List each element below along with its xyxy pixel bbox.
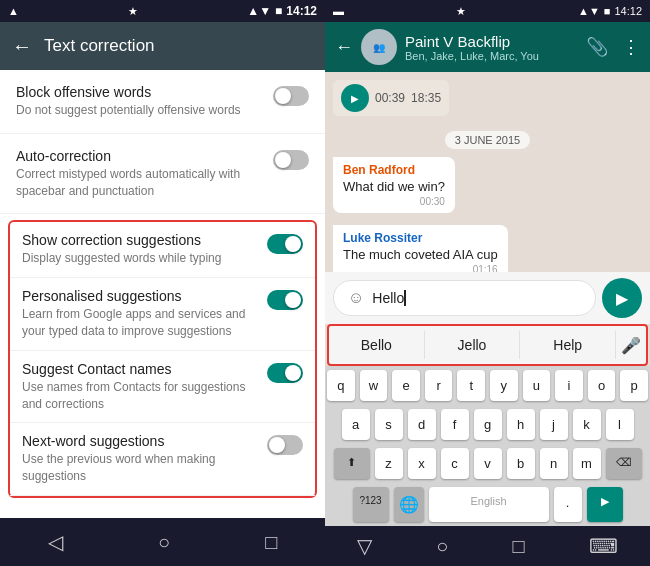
wa-toolbar-icons: 📎 ⋮ xyxy=(586,36,640,58)
setting-block-offensive[interactable]: Block offensive words Do not suggest pot… xyxy=(0,70,325,134)
key-j[interactable]: j xyxy=(540,409,568,440)
key-p[interactable]: p xyxy=(620,370,648,401)
key-n[interactable]: n xyxy=(540,448,568,479)
key-c[interactable]: c xyxy=(441,448,469,479)
left-toolbar: ← Text correction xyxy=(0,22,325,70)
setting-contact-names-text: Suggest Contact names Use names from Con… xyxy=(22,361,267,413)
msg-ben-text: What did we win? xyxy=(343,179,445,194)
send-icon: ▶ xyxy=(616,289,628,308)
key-a[interactable]: a xyxy=(342,409,370,440)
setting-next-word[interactable]: Next-word suggestions Use the previous w… xyxy=(10,423,315,496)
msg-ben-sender: Ben Radford xyxy=(343,163,445,177)
setting-auto-correction-title: Auto-correction xyxy=(16,148,263,164)
setting-auto-correction-text: Auto-correction Correct mistyped words a… xyxy=(16,148,273,200)
key-h[interactable]: h xyxy=(507,409,535,440)
key-z[interactable]: z xyxy=(375,448,403,479)
mic-button[interactable]: 🎤 xyxy=(616,330,646,360)
key-q[interactable]: q xyxy=(327,370,355,401)
suggestion-help[interactable]: Help xyxy=(520,331,616,359)
date-badge: 3 JUNE 2015 xyxy=(445,131,530,149)
nav-recents-icon[interactable]: □ xyxy=(265,531,277,554)
msg-luke-time: 01:16 xyxy=(343,264,498,272)
msg-luke-text: The much coveted AIA cup xyxy=(343,247,498,262)
keyboard-area: q w e r t y u i o p a s d f g h j k l ⬆ … xyxy=(325,366,650,526)
period-key[interactable]: . xyxy=(554,487,582,522)
cursor xyxy=(404,290,406,306)
wa-back-icon[interactable]: ← xyxy=(335,37,353,58)
more-icon[interactable]: ⋮ xyxy=(622,36,640,58)
chat-info: Paint V Backflip Ben, Jake, Luke, Marc, … xyxy=(405,33,578,62)
message-input-text[interactable]: Hello xyxy=(372,290,581,306)
setting-next-word-desc: Use the previous word when making sugges… xyxy=(22,451,257,485)
key-t[interactable]: t xyxy=(457,370,485,401)
setting-show-correction-text: Show correction suggestions Display sugg… xyxy=(22,232,267,267)
keyboard-send-key[interactable]: ▶ xyxy=(587,487,623,522)
key-x[interactable]: x xyxy=(408,448,436,479)
shift-key[interactable]: ⬆ xyxy=(334,448,370,479)
left-status-bar: ▲ ★ ▲▼ ■ 14:12 xyxy=(0,0,325,22)
toggle-show-correction[interactable] xyxy=(267,234,303,254)
play-button[interactable]: ▶ xyxy=(341,84,369,112)
message-input-box[interactable]: ☺ Hello xyxy=(333,280,596,316)
voice-duration: 00:39 xyxy=(375,91,405,105)
nav-back-icon[interactable]: ◁ xyxy=(48,530,63,554)
key-e[interactable]: e xyxy=(392,370,420,401)
key-f[interactable]: f xyxy=(441,409,469,440)
key-k[interactable]: k xyxy=(573,409,601,440)
wa-nav-bar: ▽ ○ □ ⌨ xyxy=(325,526,650,566)
setting-next-word-title: Next-word suggestions xyxy=(22,433,257,449)
key-v[interactable]: v xyxy=(474,448,502,479)
key-l[interactable]: l xyxy=(606,409,634,440)
globe-key[interactable]: 🌐 xyxy=(394,487,424,522)
key-r[interactable]: r xyxy=(425,370,453,401)
key-o[interactable]: o xyxy=(588,370,616,401)
right-panel: ▬ ★ ▲▼ ■ 14:12 ← 👥 Paint V Backflip Ben,… xyxy=(325,0,650,566)
page-title: Text correction xyxy=(44,36,155,56)
key-i[interactable]: i xyxy=(555,370,583,401)
num-key[interactable]: ?123 xyxy=(353,487,389,522)
toggle-auto-correction[interactable] xyxy=(273,150,309,170)
wa-nav-back[interactable]: ▽ xyxy=(357,534,372,558)
setting-personalised-text: Personalised suggestions Learn from Goog… xyxy=(22,288,267,340)
attach-icon[interactable]: 📎 xyxy=(586,36,608,58)
key-u[interactable]: u xyxy=(523,370,551,401)
toggle-contact-names[interactable] xyxy=(267,363,303,383)
emoji-icon[interactable]: ☺ xyxy=(348,289,364,307)
left-star-icon: ★ xyxy=(128,5,138,18)
wifi-icon: ▲▼ xyxy=(247,4,271,18)
key-m[interactable]: m xyxy=(573,448,601,479)
toggle-block-offensive[interactable] xyxy=(273,86,309,106)
nav-home-icon[interactable]: ○ xyxy=(158,531,170,554)
setting-personalised[interactable]: Personalised suggestions Learn from Goog… xyxy=(10,278,315,351)
keyboard-icon[interactable]: ⌨ xyxy=(589,534,618,558)
keyboard-row-1: q w e r t y u i o p xyxy=(325,366,650,405)
key-b[interactable]: b xyxy=(507,448,535,479)
left-panel: ▲ ★ ▲▼ ■ 14:12 ← Text correction Block o… xyxy=(0,0,325,566)
back-icon[interactable]: ← xyxy=(12,35,32,58)
key-g[interactable]: g xyxy=(474,409,502,440)
wa-nav-home[interactable]: ○ xyxy=(436,535,448,558)
send-button[interactable]: ▶ xyxy=(602,278,642,318)
toggle-personalised[interactable] xyxy=(267,290,303,310)
setting-contact-names[interactable]: Suggest Contact names Use names from Con… xyxy=(10,351,315,424)
suggestion-bello[interactable]: Bello xyxy=(329,331,425,359)
msg-ben: Ben Radford What did we win? 00:30 xyxy=(333,157,455,213)
voice-message-container: ▶ 00:39 18:35 xyxy=(333,80,642,122)
keyboard-row-3: ⬆ z x c v b n m ⌫ xyxy=(325,444,650,483)
toggle-next-word[interactable] xyxy=(267,435,303,455)
setting-show-correction[interactable]: Show correction suggestions Display sugg… xyxy=(10,222,315,278)
key-d[interactable]: d xyxy=(408,409,436,440)
setting-block-offensive-desc: Do not suggest potentially offensive wor… xyxy=(16,102,263,119)
avatar: 👥 xyxy=(361,29,397,65)
backspace-key[interactable]: ⌫ xyxy=(606,448,642,479)
key-w[interactable]: w xyxy=(360,370,388,401)
key-s[interactable]: s xyxy=(375,409,403,440)
space-key[interactable]: English xyxy=(429,487,549,522)
wa-nav-recents[interactable]: □ xyxy=(513,535,525,558)
key-y[interactable]: y xyxy=(490,370,518,401)
keyboard-row-2: a s d f g h j k l xyxy=(325,405,650,444)
setting-contact-names-title: Suggest Contact names xyxy=(22,361,257,377)
setting-auto-correction[interactable]: Auto-correction Correct mistyped words a… xyxy=(0,134,325,215)
setting-show-correction-title: Show correction suggestions xyxy=(22,232,257,248)
suggestion-jello[interactable]: Jello xyxy=(425,331,521,359)
